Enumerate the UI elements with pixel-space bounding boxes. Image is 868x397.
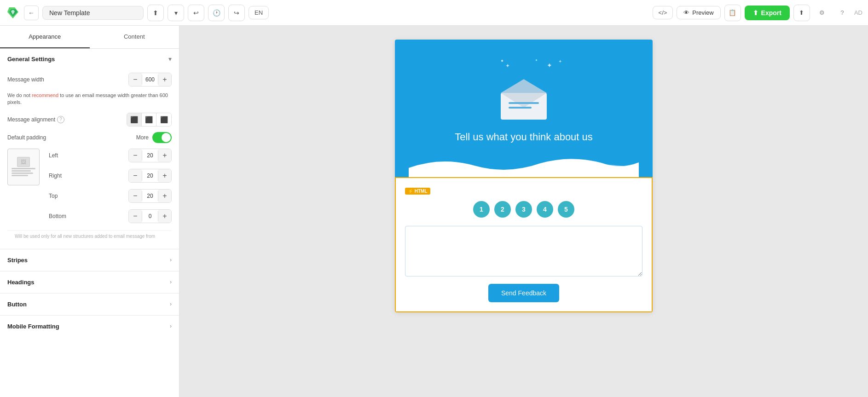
mobile-formatting-header[interactable]: Mobile Formatting › (0, 316, 179, 337)
padding-top-decrement[interactable]: − (129, 190, 142, 202)
undo-button[interactable]: ↩ (188, 5, 204, 21)
message-width-increment[interactable]: + (158, 73, 171, 86)
more-toggle-group: More (136, 132, 172, 143)
padding-bottom-value[interactable] (142, 211, 158, 221)
send-feedback-label: Send Feedback (501, 289, 546, 297)
align-right-icon: ⬛ (160, 116, 168, 123)
redo-icon: ↪ (234, 9, 239, 17)
message-width-value[interactable] (142, 75, 158, 85)
gear-icon: ⚙ (819, 9, 825, 16)
panel-content: General Settings ▾ Message width − + We … (0, 49, 179, 397)
thumbnail-lines (12, 168, 35, 177)
export-label: Export (761, 9, 781, 17)
padding-right-value[interactable] (142, 171, 158, 181)
left-panel: Appearance Content General Settings ▾ Me… (0, 26, 179, 397)
mobile-formatting-section: Mobile Formatting › (0, 315, 179, 337)
email-preview: ● ● ✦ ✦ ✦ Tell (395, 40, 653, 312)
padding-scroll-hint: Will be used only for all new structures… (7, 230, 172, 242)
help-button[interactable]: ? (834, 5, 851, 21)
preview-button[interactable]: 👁 Preview (677, 6, 720, 19)
copy-button[interactable]: 📋 (724, 5, 741, 21)
general-settings-title: General Settings (7, 56, 55, 63)
tab-content[interactable]: Content (90, 26, 179, 48)
dropdown-button[interactable]: ▾ (168, 5, 184, 21)
stripes-section: Stripes › (0, 249, 179, 271)
padding-top-value[interactable] (142, 191, 158, 201)
share-button[interactable]: ⬆ (793, 5, 810, 21)
rating-1[interactable]: 1 (473, 201, 490, 218)
hero-title: Tell us what you think about us (409, 131, 639, 143)
padding-top-row: Top − + (49, 189, 172, 203)
stripes-header[interactable]: Stripes › (0, 249, 179, 271)
upload-button[interactable]: ⬆ (147, 5, 164, 21)
help-icon: ? (840, 9, 844, 16)
app-logo (6, 6, 20, 20)
copy-icon: 📋 (729, 9, 736, 16)
rating-4[interactable]: 4 (537, 201, 553, 218)
rating-2[interactable]: 2 (494, 201, 511, 218)
align-left-button[interactable]: ⬛ (127, 113, 142, 126)
rating-5[interactable]: 5 (558, 201, 574, 218)
panel-tabs: Appearance Content (0, 26, 179, 49)
thumb-line-2 (12, 170, 31, 172)
padding-bottom-decrement[interactable]: − (129, 210, 142, 223)
align-center-button[interactable]: ⬛ (142, 113, 156, 126)
export-arrow-icon: ⬆ (753, 9, 758, 17)
mobile-formatting-chevron: › (170, 323, 172, 329)
toggle-knob (162, 133, 171, 142)
padding-right-decrement[interactable]: − (129, 169, 142, 182)
topbar: ← ⬆ ▾ ↩ 🕐 ↪ EN </> 👁 Preview 📋 ⬆ Export … (0, 0, 868, 26)
padding-left-label: Left (49, 152, 58, 159)
padding-left-value[interactable] (142, 150, 158, 161)
redo-button[interactable]: ↪ (228, 5, 245, 21)
button-header[interactable]: Button › (0, 293, 179, 315)
alignment-label-group: Message alignment ? (7, 116, 64, 123)
sparkle-2: ✦ (505, 63, 510, 69)
tab-appearance[interactable]: Appearance (0, 26, 90, 48)
padding-bottom-label: Bottom (49, 213, 66, 219)
message-width-decrement[interactable]: − (129, 73, 142, 86)
rating-3[interactable]: 3 (515, 201, 532, 218)
stripes-title: Stripes (7, 257, 28, 264)
align-center-icon: ⬛ (145, 116, 153, 123)
message-alignment-label: Message alignment (7, 116, 55, 123)
preview-label: Preview (692, 9, 713, 16)
headings-header[interactable]: Headings › (0, 271, 179, 293)
padding-bottom-increment[interactable]: + (158, 210, 171, 223)
history-button[interactable]: 🕐 (208, 5, 225, 21)
message-alignment-row: Message alignment ? ⬛ ⬛ ⬛ (7, 113, 172, 127)
width-warning: We do not recommend to use an email mess… (7, 92, 172, 106)
padding-top-increment[interactable]: + (158, 190, 171, 202)
padding-fields-group: 🖼 Left (7, 149, 172, 227)
thumb-line-1 (12, 168, 35, 169)
headings-title: Headings (7, 279, 35, 286)
email-hero: ● ● ✦ ✦ ✦ Tell (395, 40, 653, 177)
stripes-chevron: › (170, 257, 172, 263)
export-button[interactable]: ⬆ Export (745, 6, 790, 20)
align-right-button[interactable]: ⬛ (156, 113, 171, 126)
button-chevron: › (170, 301, 172, 307)
padding-right-increment[interactable]: + (158, 169, 171, 182)
send-feedback-button[interactable]: Send Feedback (488, 284, 559, 302)
sparkle-1: ✦ (547, 62, 552, 69)
email-canvas: ● ● ✦ ✦ ✦ Tell (179, 26, 868, 397)
template-title-input[interactable] (42, 6, 144, 20)
language-button[interactable]: EN (249, 6, 269, 19)
padding-left-increment[interactable]: + (158, 149, 171, 162)
feedback-textarea[interactable] (405, 226, 642, 276)
more-label: More (136, 134, 149, 141)
general-settings-header[interactable]: General Settings ▾ (0, 49, 179, 69)
email-html-block: ⚡ HTML 1 2 3 4 5 Send Feedback (395, 177, 653, 312)
padding-toggle[interactable] (152, 132, 172, 143)
padding-right-label: Right (49, 173, 62, 179)
padding-left-decrement[interactable]: − (129, 149, 142, 162)
back-button[interactable]: ← (24, 6, 39, 20)
code-button[interactable]: </> (653, 6, 673, 19)
mobile-formatting-title: Mobile Formatting (7, 323, 59, 330)
general-settings-body: Message width − + We do not recommend to… (0, 69, 179, 249)
html-block-label: ⚡ HTML (405, 188, 430, 195)
padding-right-stepper: − + (128, 169, 172, 183)
settings-button[interactable]: ⚙ (814, 5, 830, 21)
alignment-help-icon[interactable]: ? (57, 116, 64, 123)
message-width-label: Message width (7, 76, 44, 83)
